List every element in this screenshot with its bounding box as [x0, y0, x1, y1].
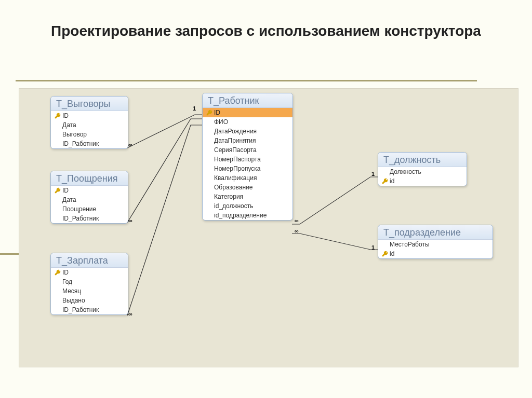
key-icon — [54, 112, 61, 119]
key-icon — [206, 109, 213, 116]
rel-inf: ∞ — [128, 217, 132, 224]
field-label: Образование — [214, 183, 252, 191]
field-label: Должность — [390, 168, 421, 176]
table-row[interactable]: Месяц — [51, 286, 128, 296]
table-row[interactable]: НомерПропуска — [203, 164, 292, 173]
key-icon — [381, 250, 389, 257]
table-row[interactable]: Образование — [203, 183, 292, 192]
table-rewards[interactable]: Т_Поощрения ID Дата Поощрение ID_Работни… — [50, 171, 128, 224]
key-icon — [54, 187, 61, 194]
field-label: id_подразделение — [214, 211, 267, 219]
table-position[interactable]: Т_должность Должность id — [378, 152, 467, 186]
key-icon — [54, 269, 61, 276]
field-label: ID_Работник — [62, 214, 99, 223]
table-row[interactable]: ДатаПринятия — [203, 136, 292, 145]
table-row[interactable]: ID_Работник — [51, 139, 128, 148]
rel-one: 1 — [371, 171, 375, 177]
table-row[interactable]: id — [378, 249, 493, 258]
table-row[interactable]: ID — [203, 108, 292, 117]
table-reprimands[interactable]: Т_Выговоры ID Дата Выговор ID_Работник — [50, 96, 128, 149]
rel-one: 1 — [193, 105, 196, 112]
table-row[interactable]: Должность — [378, 167, 467, 176]
rel-inf: ∞ — [295, 217, 299, 224]
field-label: Выдано — [62, 296, 85, 305]
field-label: ДатаРождения — [214, 127, 257, 135]
table-row[interactable]: СерияПасорта — [203, 145, 292, 155]
field-label: ФИО — [214, 118, 228, 126]
divider-bottom — [0, 253, 19, 255]
key-icon — [381, 177, 389, 185]
field-label: СерияПасорта — [214, 146, 257, 154]
table-row[interactable]: ФИО — [203, 117, 292, 127]
field-label: Дата — [62, 196, 76, 204]
field-label: ID — [62, 186, 69, 195]
rel-inf: ∞ — [128, 142, 132, 148]
field-label: Дата — [62, 121, 76, 129]
table-row[interactable]: ДатаРождения — [203, 127, 292, 136]
field-label: id — [390, 250, 394, 258]
rel-one: 1 — [371, 244, 375, 251]
table-row[interactable]: ID — [51, 111, 128, 120]
table-title: Т_Поощрения — [51, 171, 128, 186]
table-row[interactable]: МестоРаботы — [378, 240, 493, 249]
field-label: id_должность — [214, 202, 254, 210]
relationship-canvas[interactable]: 1 ∞ ∞ ∞ ∞ ∞ 1 1 Т_Выговоры ID Дата Выгов… — [19, 88, 518, 367]
slide: Проектирование запросов с использованием… — [0, 0, 532, 398]
field-label: ID — [62, 112, 69, 120]
field-label: id — [390, 177, 394, 185]
field-label: Месяц — [62, 287, 81, 295]
table-row[interactable]: Год — [51, 277, 128, 286]
table-row[interactable]: id_должность — [203, 201, 292, 211]
table-title: Т_должность — [378, 153, 467, 167]
table-row[interactable]: Дата — [51, 195, 128, 204]
field-label: ID — [62, 268, 69, 277]
field-label: Выговор — [62, 130, 87, 139]
table-row[interactable]: Категория — [203, 192, 292, 201]
table-title: Т_Выговоры — [51, 97, 128, 111]
field-label: НомерПропуска — [214, 164, 260, 173]
table-title: Т_Зарплата — [51, 253, 128, 268]
field-label: ID_Работник — [62, 306, 99, 314]
table-row[interactable]: Дата — [51, 120, 128, 130]
table-row[interactable]: ID — [51, 268, 128, 277]
field-label: МестоРаботы — [390, 240, 430, 249]
table-row[interactable]: ID — [51, 186, 128, 195]
field-label: Квалификация — [214, 174, 257, 182]
table-row[interactable]: Поощрение — [51, 204, 128, 214]
divider-top — [16, 80, 477, 81]
field-label: Поощрение — [62, 205, 96, 213]
field-label: Категория — [214, 193, 243, 201]
table-employee[interactable]: Т_Работник ID ФИО ДатаРождения ДатаПриня… — [202, 93, 293, 221]
table-row[interactable]: id — [378, 176, 467, 186]
table-row[interactable]: id_подразделение — [203, 211, 292, 220]
table-salary[interactable]: Т_Зарплата ID Год Месяц Выдано ID_Работн… — [50, 253, 128, 315]
field-label: ID — [214, 108, 220, 117]
table-department[interactable]: Т_подразделение МестоРаботы id — [378, 225, 493, 259]
table-row[interactable]: НомерПаспорта — [203, 155, 292, 164]
table-row[interactable]: Выговор — [51, 130, 128, 139]
page-title: Проектирование запросов с использованием… — [0, 23, 532, 39]
field-label: Год — [62, 278, 72, 286]
table-row[interactable]: Выдано — [51, 296, 128, 305]
field-label: НомерПаспорта — [214, 155, 261, 163]
table-title: Т_подразделение — [378, 225, 493, 240]
field-label: ID_Работник — [62, 140, 99, 148]
field-label: ДатаПринятия — [214, 136, 256, 145]
table-row[interactable]: ID_Работник — [51, 305, 128, 314]
table-title: Т_Работник — [203, 93, 292, 108]
rel-inf: ∞ — [295, 228, 299, 234]
table-row[interactable]: Квалификация — [203, 173, 292, 183]
rel-inf: ∞ — [128, 311, 132, 317]
table-row[interactable]: ID_Работник — [51, 214, 128, 223]
